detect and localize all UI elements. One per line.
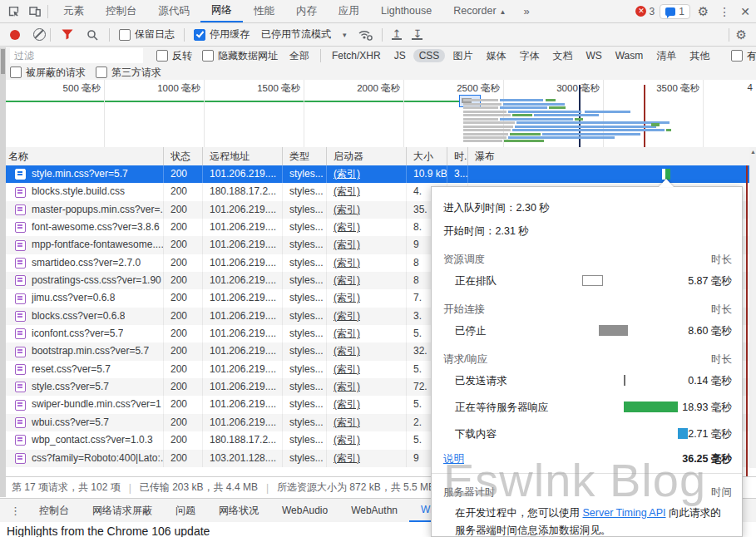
tab-网络[interactable]: 网络	[200, 0, 243, 22]
filter-chip-文档[interactable]: 文档	[546, 48, 578, 64]
initiator-cell[interactable]: (索引)	[327, 219, 407, 236]
record-button[interactable]	[10, 30, 20, 40]
column-header-状态[interactable]: 状态	[164, 147, 203, 165]
filter-chip-JS[interactable]: JS	[388, 49, 412, 62]
inspect-element-icon[interactable]	[5, 3, 22, 20]
filter-chip-WS[interactable]: WS	[580, 49, 607, 62]
network-toolbar: 保留日志 停用缓存 已停用节流模式 ▾ ↥ ↧ ⚙	[0, 23, 756, 47]
drawer-tab-WebAudio[interactable]: WebAudio	[270, 500, 339, 521]
search-icon[interactable]	[86, 29, 98, 41]
filter-chip-图片[interactable]: 图片	[447, 48, 478, 64]
disable-cache-toggle[interactable]: 停用缓存	[194, 27, 250, 42]
status-cell: 200	[164, 361, 203, 378]
drawer-tab-网络状况[interactable]: 网络状况	[207, 500, 270, 521]
column-header-大小[interactable]: 大小	[407, 147, 447, 165]
tab-应用[interactable]: 应用	[328, 1, 370, 22]
filter-input[interactable]	[10, 48, 143, 63]
throttling-select[interactable]: 已停用节流模式 ▾	[261, 27, 347, 42]
invert-checkbox[interactable]	[156, 50, 168, 62]
drawer-tab-问题[interactable]: 问题	[164, 500, 207, 521]
explanation-link[interactable]: 说明	[443, 453, 464, 465]
blocked-requests-checkbox[interactable]	[10, 67, 22, 78]
column-header-名称[interactable]: 名称	[0, 147, 164, 165]
tab-内存[interactable]: 内存	[285, 1, 328, 22]
tab-元素[interactable]: 元素	[52, 1, 95, 22]
scroll-up-icon[interactable]: ▲	[750, 149, 756, 155]
initiator-cell[interactable]: (索引)	[327, 431, 407, 449]
column-header-瀑布[interactable]: 瀑布	[468, 147, 750, 165]
initiator-cell[interactable]: (索引)	[327, 414, 407, 431]
network-settings-gear-icon[interactable]: ⚙	[734, 27, 749, 42]
device-toolbar-icon[interactable]	[27, 3, 43, 20]
type-cell: styles...	[283, 165, 327, 183]
third-party-toggle[interactable]: 第三方请求	[96, 66, 161, 80]
section-connection-start: 开始连接 时长	[443, 300, 732, 318]
table-row[interactable]: style.min.css?ver=5.7200101.206.219....s…	[0, 165, 750, 183]
disable-cache-checkbox[interactable]	[194, 29, 205, 41]
drawer-tab-控制台[interactable]: 控制台	[27, 500, 81, 521]
request-name-cell: master-popups.min.css?ver=...	[0, 201, 164, 219]
more-tabs-chevron-icon[interactable]: »	[517, 5, 536, 17]
page-scrollbar[interactable]	[0, 47, 6, 497]
error-count-badge[interactable]: ✕ 3	[635, 6, 655, 17]
column-header-远程地址[interactable]: 远程地址	[203, 147, 283, 165]
initiator-cell[interactable]: (索引)	[327, 183, 407, 200]
column-header-类型[interactable]: 类型	[283, 147, 327, 165]
clear-icon[interactable]	[33, 28, 46, 41]
initiator-cell[interactable]: (索引)	[327, 378, 407, 396]
filter-chip-其他[interactable]: 其他	[684, 48, 715, 64]
issues-badge[interactable]: 1	[660, 4, 690, 19]
initiator-cell[interactable]: (索引)	[327, 272, 407, 289]
initiator-cell[interactable]: (索引)	[327, 254, 407, 272]
table-scrollbar[interactable]: ▲	[749, 147, 756, 468]
filter-chip-Wasm[interactable]: Wasm	[610, 49, 650, 62]
initiator-cell[interactable]: (索引)	[327, 236, 407, 254]
filter-chip-字体[interactable]: 字体	[513, 48, 545, 64]
drawer-tab-WebAuthn[interactable]: WebAuthn	[339, 500, 409, 521]
export-har-icon[interactable]: ↧	[412, 29, 422, 40]
request-name-cell: css?family=Roboto:400|Lato:...	[0, 450, 164, 467]
network-overview[interactable]: 500 毫秒1000 毫秒1500 毫秒2000 毫秒2500 毫秒3000 毫…	[0, 80, 756, 148]
tab-Recorder[interactable]: Recorder▲	[442, 1, 516, 22]
tab-控制台[interactable]: 控制台	[95, 1, 148, 22]
request-name-cell: mpp-fontface-fontawesome....	[0, 236, 164, 254]
third-party-checkbox[interactable]	[96, 67, 107, 78]
drawer-kebab-icon[interactable]: ⋮	[0, 505, 27, 517]
server-timing-api-link[interactable]: Server Timing API	[582, 507, 665, 519]
column-header-时.[interactable]: 时.	[447, 147, 468, 165]
close-icon[interactable]: ✕	[738, 5, 753, 18]
blocked-cookies-checkbox[interactable]	[731, 50, 743, 62]
blocked-cookies-toggle[interactable]: 有已拦截的 Cookie	[731, 49, 756, 63]
tab-源代码[interactable]: 源代码	[148, 1, 201, 22]
column-header-启动器[interactable]: 启动器	[327, 147, 407, 165]
invert-filter-toggle[interactable]: 反转	[156, 49, 192, 63]
overview-waterfall-bar	[463, 129, 511, 131]
initiator-cell[interactable]: (索引)	[327, 308, 407, 325]
settings-gear-icon[interactable]: ⚙	[695, 4, 711, 19]
kebab-menu-icon[interactable]: ⋮	[716, 5, 733, 18]
initiator-cell[interactable]: (索引)	[327, 342, 407, 360]
import-har-icon[interactable]: ↥	[392, 29, 403, 40]
initiator-cell[interactable]: (索引)	[327, 325, 407, 342]
tab-Lighthouse[interactable]: Lighthouse	[370, 1, 442, 22]
initiator-cell[interactable]: (索引)	[327, 165, 407, 183]
drawer-tab-网络请求屏蔽[interactable]: 网络请求屏蔽	[81, 500, 164, 521]
hide-data-urls-toggle[interactable]: 隐藏数据网址	[202, 49, 278, 63]
initiator-cell[interactable]: (索引)	[327, 201, 407, 219]
filter-chip-Fetch/XHR[interactable]: Fetch/XHR	[326, 49, 387, 62]
preserve-log-toggle[interactable]: 保留日志	[119, 27, 175, 42]
filter-chip-媒体[interactable]: 媒体	[480, 48, 511, 64]
hide-data-urls-checkbox[interactable]	[202, 50, 214, 62]
filter-chip-清单[interactable]: 清单	[650, 48, 682, 64]
filter-chip-CSS[interactable]: CSS	[413, 49, 446, 62]
network-conditions-icon[interactable]	[358, 29, 373, 41]
filter-funnel-icon[interactable]	[62, 29, 73, 40]
initiator-cell[interactable]: (索引)	[327, 450, 407, 467]
blocked-requests-toggle[interactable]: 被屏蔽的请求	[10, 66, 86, 80]
filter-chip-all[interactable]: 全部	[284, 48, 315, 64]
initiator-cell[interactable]: (索引)	[327, 361, 407, 378]
initiator-cell[interactable]: (索引)	[327, 396, 407, 413]
tab-性能[interactable]: 性能	[243, 1, 285, 22]
initiator-cell[interactable]: (索引)	[327, 289, 407, 307]
preserve-log-checkbox[interactable]	[119, 29, 131, 41]
